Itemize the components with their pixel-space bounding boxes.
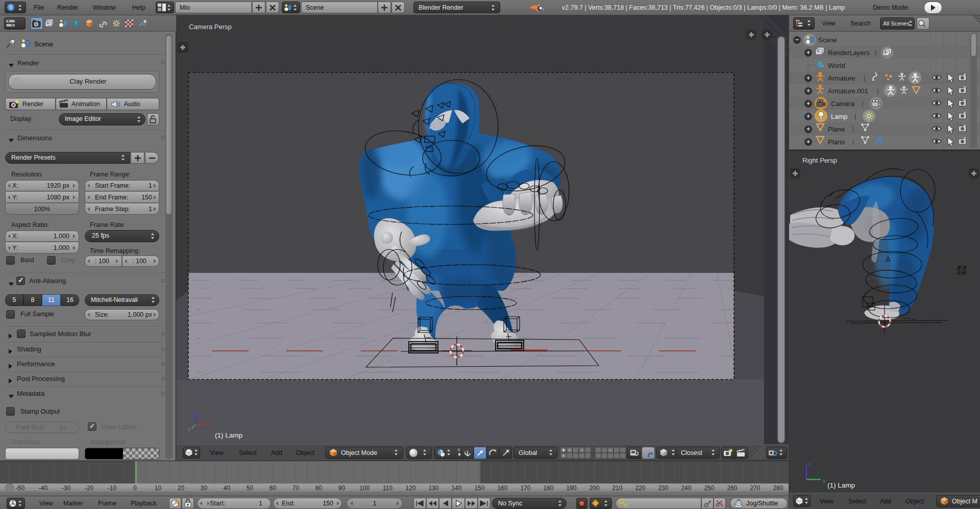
svg-text:270: 270 [750,485,760,492]
svg-text:200: 200 [589,485,599,492]
svg-text:140: 140 [451,485,461,492]
svg-text:40: 40 [224,485,231,492]
svg-text:-10: -10 [108,485,117,492]
svg-text:60: 60 [270,485,277,492]
svg-text:(1) Lamp: (1) Lamp [827,481,855,489]
svg-text:-50: -50 [16,485,25,492]
svg-text:70: 70 [292,485,300,492]
svg-text:z: z [808,461,812,467]
svg-text:230: 230 [658,485,668,492]
svg-text:190: 190 [566,485,576,492]
svg-text:-40: -40 [39,485,48,492]
svg-text:170: 170 [520,485,530,492]
svg-text:150: 150 [474,485,484,492]
svg-text:240: 240 [681,485,691,492]
svg-text:y: y [188,426,191,431]
svg-text:50: 50 [247,485,254,492]
svg-text:y: y [823,477,826,483]
svg-text:110: 110 [383,485,393,492]
svg-text:Camera Persp: Camera Persp [189,23,232,31]
svg-text:210: 210 [612,485,622,492]
svg-text:80: 80 [315,485,323,492]
svg-text:10: 10 [155,485,162,492]
svg-text:280: 280 [773,485,783,492]
svg-text:90: 90 [338,485,346,492]
svg-text:z: z [198,411,200,416]
svg-text:120: 120 [405,485,415,492]
svg-text:0: 0 [133,485,137,492]
svg-text:180: 180 [543,485,553,492]
svg-text:30: 30 [201,485,208,492]
svg-text:x: x [208,424,210,429]
svg-text:160: 160 [497,485,507,492]
svg-text:Right Persp: Right Persp [802,157,837,164]
svg-text:-30: -30 [62,485,71,492]
svg-text:260: 260 [727,485,737,492]
svg-text:250: 250 [704,485,714,492]
svg-text:220: 220 [635,485,645,492]
svg-text:(1) Lamp: (1) Lamp [215,431,242,439]
svg-text:130: 130 [428,485,438,492]
svg-text:100: 100 [359,485,370,492]
svg-text:20: 20 [178,485,185,492]
svg-text:-20: -20 [85,485,94,492]
